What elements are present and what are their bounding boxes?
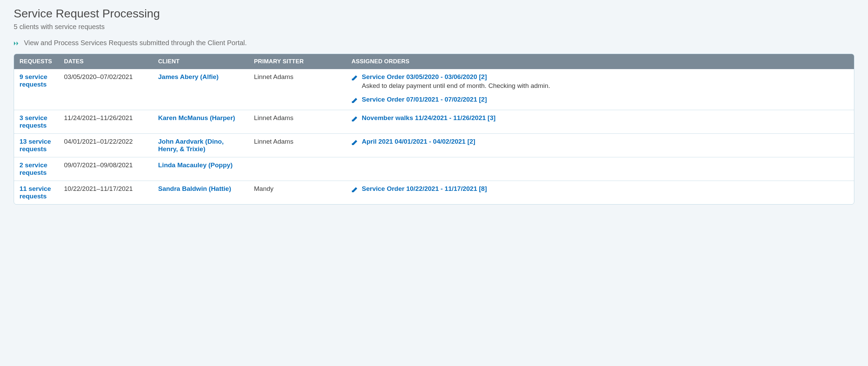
table-row: 13 service requests04/01/2021–01/22/2022… — [14, 134, 854, 157]
col-header-requests: REQUESTS — [14, 54, 59, 69]
assigned-orders-cell: April 2021 04/01/2021 - 04/02/2021 [2] — [346, 134, 854, 157]
table-row: 11 service requests10/22/2021–11/17/2021… — [14, 181, 854, 205]
client-link[interactable]: Karen McManus (Harper) — [158, 114, 235, 121]
date-range: 09/07/2021–09/08/2021 — [59, 157, 153, 181]
client-link[interactable]: Linda Macauley (Poppy) — [158, 161, 232, 169]
order-note: Asked to delay payment until end of mont… — [362, 82, 848, 90]
primary-sitter: Linnet Adams — [248, 134, 346, 157]
service-order-link[interactable]: November walks 11/24/2021 - 11/26/2021 [… — [362, 114, 496, 121]
service-requests-link[interactable]: 3 service requests — [20, 114, 47, 129]
col-header-dates: DATES — [59, 54, 153, 69]
service-requests-link[interactable]: 11 service requests — [20, 185, 51, 200]
client-link[interactable]: James Abery (Alfie) — [158, 73, 219, 80]
table-header-row: REQUESTS DATES CLIENT PRIMARY SITTER ASS… — [14, 54, 854, 69]
date-range: 04/01/2021–01/22/2022 — [59, 134, 153, 157]
table-row: 3 service requests11/24/2021–11/26/2021K… — [14, 110, 854, 134]
edit-icon[interactable] — [352, 74, 358, 81]
assigned-orders-cell: Service Order 03/05/2020 - 03/06/2020 [2… — [346, 69, 854, 110]
date-range: 11/24/2021–11/26/2021 — [59, 110, 153, 134]
page-subtitle: 5 clients with service requests — [14, 23, 854, 31]
col-header-sitter: PRIMARY SITTER — [248, 54, 346, 69]
col-header-client: CLIENT — [153, 54, 248, 69]
edit-icon[interactable] — [352, 139, 358, 146]
page-description-row: View and Process Services Requests submi… — [14, 39, 854, 47]
edit-icon[interactable] — [352, 115, 358, 122]
client-link[interactable]: John Aardvark (Dino, Henry, & Trixie) — [158, 138, 224, 153]
page-description-text: View and Process Services Requests submi… — [24, 39, 247, 47]
service-order-link[interactable]: Service Order 07/01/2021 - 07/02/2021 [2… — [362, 96, 487, 103]
edit-icon[interactable] — [352, 186, 358, 193]
service-requests-table: REQUESTS DATES CLIENT PRIMARY SITTER ASS… — [14, 54, 854, 205]
date-range: 10/22/2021–11/17/2021 — [59, 181, 153, 205]
primary-sitter: Mandy — [248, 181, 346, 205]
edit-icon[interactable] — [352, 97, 358, 104]
col-header-orders: ASSIGNED ORDERS — [346, 54, 854, 69]
assigned-orders-cell: Service Order 10/22/2021 - 11/17/2021 [8… — [346, 181, 854, 205]
service-order-link[interactable]: Service Order 10/22/2021 - 11/17/2021 [8… — [362, 185, 487, 192]
primary-sitter — [248, 157, 346, 181]
page-title: Service Request Processing — [14, 7, 854, 20]
service-requests-link[interactable]: 9 service requests — [20, 73, 47, 88]
service-requests-link[interactable]: 13 service requests — [20, 138, 51, 153]
assigned-orders-cell: November walks 11/24/2021 - 11/26/2021 [… — [346, 110, 854, 134]
primary-sitter: Linnet Adams — [248, 69, 346, 110]
table-row: 2 service requests09/07/2021–09/08/2021L… — [14, 157, 854, 181]
client-link[interactable]: Sandra Baldwin (Hattie) — [158, 185, 231, 192]
double-chevron-right-icon — [14, 39, 21, 47]
service-order-link[interactable]: Service Order 03/05/2020 - 03/06/2020 [2… — [362, 73, 487, 80]
assigned-orders-cell — [346, 157, 854, 181]
date-range: 03/05/2020–07/02/2021 — [59, 69, 153, 110]
table-row: 9 service requests03/05/2020–07/02/2021J… — [14, 69, 854, 110]
service-requests-link[interactable]: 2 service requests — [20, 161, 47, 176]
service-order-link[interactable]: April 2021 04/01/2021 - 04/02/2021 [2] — [362, 138, 475, 145]
primary-sitter: Linnet Adams — [248, 110, 346, 134]
